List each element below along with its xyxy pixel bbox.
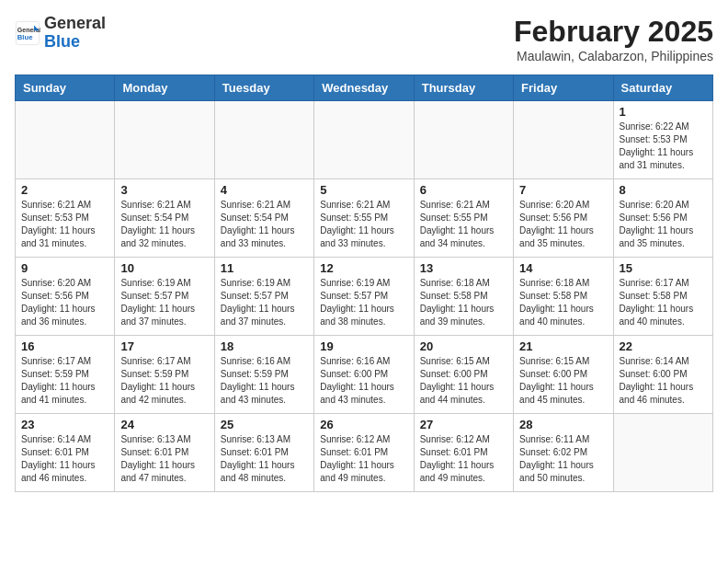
day-info: Sunrise: 6:11 AMSunset: 6:02 PMDaylight:… — [519, 433, 607, 485]
day-info: Sunrise: 6:19 AMSunset: 5:57 PMDaylight:… — [221, 277, 308, 328]
month-year: February 2025 — [514, 15, 713, 49]
day-info: Sunrise: 6:15 AMSunset: 6:00 PMDaylight:… — [420, 355, 507, 407]
calendar-cell — [514, 101, 613, 179]
calendar-cell — [314, 101, 414, 179]
day-number: 12 — [320, 261, 407, 275]
day-info: Sunrise: 6:13 AMSunset: 6:01 PMDaylight:… — [221, 433, 308, 485]
day-number: 3 — [120, 183, 208, 197]
calendar-cell: 11Sunrise: 6:19 AMSunset: 5:57 PMDayligh… — [214, 258, 313, 336]
calendar-table: SundayMondayTuesdayWednesdayThursdayFrid… — [15, 75, 713, 492]
week-row-2: 2Sunrise: 6:21 AMSunset: 5:53 PMDaylight… — [16, 179, 713, 258]
calendar-cell: 8Sunrise: 6:20 AMSunset: 5:56 PMDaylight… — [613, 179, 712, 258]
day-info: Sunrise: 6:14 AMSunset: 6:00 PMDaylight:… — [620, 355, 707, 407]
day-info: Sunrise: 6:17 AMSunset: 5:58 PMDaylight:… — [620, 277, 707, 328]
calendar-cell: 19Sunrise: 6:16 AMSunset: 6:00 PMDayligh… — [314, 336, 414, 414]
day-info: Sunrise: 6:12 AMSunset: 6:01 PMDaylight:… — [320, 433, 407, 485]
calendar-cell — [613, 414, 712, 492]
day-number: 6 — [420, 183, 507, 197]
day-number: 17 — [120, 339, 208, 353]
calendar-cell: 13Sunrise: 6:18 AMSunset: 5:58 PMDayligh… — [414, 258, 513, 336]
day-info: Sunrise: 6:12 AMSunset: 6:01 PMDaylight:… — [420, 433, 507, 485]
svg-text:Blue: Blue — [17, 33, 33, 41]
day-number: 16 — [21, 339, 108, 353]
day-number: 14 — [519, 261, 607, 275]
calendar-cell: 17Sunrise: 6:17 AMSunset: 5:59 PMDayligh… — [115, 336, 214, 414]
day-number: 2 — [21, 183, 108, 197]
day-number: 20 — [420, 339, 507, 353]
day-number: 8 — [620, 183, 707, 197]
calendar-cell: 7Sunrise: 6:20 AMSunset: 5:56 PMDaylight… — [514, 179, 613, 258]
day-info: Sunrise: 6:18 AMSunset: 5:58 PMDaylight:… — [519, 277, 607, 328]
logo-blue-text: Blue — [44, 32, 80, 51]
title-block: February 2025 Maulawin, Calabarzon, Phil… — [514, 15, 713, 63]
calendar-cell — [115, 101, 214, 179]
day-number: 28 — [519, 418, 607, 431]
day-number: 23 — [21, 418, 108, 431]
day-info: Sunrise: 6:22 AMSunset: 5:53 PMDaylight:… — [620, 121, 707, 172]
calendar-cell: 28Sunrise: 6:11 AMSunset: 6:02 PMDayligh… — [514, 414, 613, 492]
day-info: Sunrise: 6:19 AMSunset: 5:57 PMDaylight:… — [120, 277, 208, 328]
calendar-cell: 5Sunrise: 6:21 AMSunset: 5:55 PMDaylight… — [314, 179, 414, 258]
calendar-cell: 18Sunrise: 6:16 AMSunset: 5:59 PMDayligh… — [214, 336, 313, 414]
calendar-cell: 3Sunrise: 6:21 AMSunset: 5:54 PMDaylight… — [115, 179, 214, 258]
calendar-cell — [214, 101, 313, 179]
week-row-1: 1Sunrise: 6:22 AMSunset: 5:53 PMDaylight… — [16, 101, 713, 179]
day-info: Sunrise: 6:16 AMSunset: 5:59 PMDaylight:… — [221, 355, 308, 407]
calendar-cell — [414, 101, 513, 179]
day-info: Sunrise: 6:16 AMSunset: 6:00 PMDaylight:… — [320, 355, 407, 407]
day-number: 22 — [620, 339, 707, 353]
logo-icon: General Blue — [15, 20, 40, 46]
weekday-header-monday: Monday — [115, 75, 214, 101]
calendar-cell: 2Sunrise: 6:21 AMSunset: 5:53 PMDaylight… — [16, 179, 115, 258]
weekday-header-thursday: Thursday — [414, 75, 513, 101]
day-number: 27 — [420, 418, 507, 431]
logo: General Blue General Blue — [15, 15, 106, 52]
calendar-cell: 16Sunrise: 6:17 AMSunset: 5:59 PMDayligh… — [16, 336, 115, 414]
day-number: 5 — [320, 183, 407, 197]
calendar-cell: 12Sunrise: 6:19 AMSunset: 5:57 PMDayligh… — [314, 258, 414, 336]
day-number: 26 — [320, 418, 407, 431]
day-number: 10 — [120, 261, 208, 275]
weekday-header-sunday: Sunday — [16, 75, 115, 101]
day-number: 15 — [620, 261, 707, 275]
day-info: Sunrise: 6:21 AMSunset: 5:55 PMDaylight:… — [420, 199, 507, 250]
calendar-cell: 10Sunrise: 6:19 AMSunset: 5:57 PMDayligh… — [115, 258, 214, 336]
day-info: Sunrise: 6:18 AMSunset: 5:58 PMDaylight:… — [420, 277, 507, 328]
week-row-3: 9Sunrise: 6:20 AMSunset: 5:56 PMDaylight… — [16, 258, 713, 336]
weekday-header-tuesday: Tuesday — [214, 75, 313, 101]
calendar-cell: 6Sunrise: 6:21 AMSunset: 5:55 PMDaylight… — [414, 179, 513, 258]
calendar-cell: 23Sunrise: 6:14 AMSunset: 6:01 PMDayligh… — [16, 414, 115, 492]
calendar-cell: 25Sunrise: 6:13 AMSunset: 6:01 PMDayligh… — [214, 414, 313, 492]
weekday-header-wednesday: Wednesday — [314, 75, 414, 101]
calendar-cell: 15Sunrise: 6:17 AMSunset: 5:58 PMDayligh… — [613, 258, 712, 336]
day-info: Sunrise: 6:21 AMSunset: 5:54 PMDaylight:… — [221, 199, 308, 250]
calendar-cell — [16, 101, 115, 179]
day-info: Sunrise: 6:15 AMSunset: 6:00 PMDaylight:… — [519, 355, 607, 407]
weekday-header-row: SundayMondayTuesdayWednesdayThursdayFrid… — [16, 75, 713, 101]
calendar-cell: 24Sunrise: 6:13 AMSunset: 6:01 PMDayligh… — [115, 414, 214, 492]
day-number: 25 — [221, 418, 308, 431]
day-number: 18 — [221, 339, 308, 353]
calendar-cell: 26Sunrise: 6:12 AMSunset: 6:01 PMDayligh… — [314, 414, 414, 492]
day-number: 4 — [221, 183, 308, 197]
day-info: Sunrise: 6:21 AMSunset: 5:54 PMDaylight:… — [120, 199, 208, 250]
day-number: 1 — [620, 105, 707, 119]
logo-general-text: General — [44, 14, 106, 32]
calendar-cell: 27Sunrise: 6:12 AMSunset: 6:01 PMDayligh… — [414, 414, 513, 492]
calendar-cell: 22Sunrise: 6:14 AMSunset: 6:00 PMDayligh… — [613, 336, 712, 414]
location: Maulawin, Calabarzon, Philippines — [514, 49, 713, 63]
day-info: Sunrise: 6:21 AMSunset: 5:53 PMDaylight:… — [21, 199, 108, 250]
calendar-cell: 1Sunrise: 6:22 AMSunset: 5:53 PMDaylight… — [613, 101, 712, 179]
day-info: Sunrise: 6:17 AMSunset: 5:59 PMDaylight:… — [120, 355, 208, 407]
day-info: Sunrise: 6:21 AMSunset: 5:55 PMDaylight:… — [320, 199, 407, 250]
calendar-cell: 20Sunrise: 6:15 AMSunset: 6:00 PMDayligh… — [414, 336, 513, 414]
day-number: 13 — [420, 261, 507, 275]
day-number: 21 — [519, 339, 607, 353]
day-info: Sunrise: 6:19 AMSunset: 5:57 PMDaylight:… — [320, 277, 407, 328]
calendar-cell: 21Sunrise: 6:15 AMSunset: 6:00 PMDayligh… — [514, 336, 613, 414]
day-info: Sunrise: 6:14 AMSunset: 6:01 PMDaylight:… — [21, 433, 108, 485]
week-row-5: 23Sunrise: 6:14 AMSunset: 6:01 PMDayligh… — [16, 414, 713, 492]
calendar-cell: 9Sunrise: 6:20 AMSunset: 5:56 PMDaylight… — [16, 258, 115, 336]
page-header: General Blue General Blue February 2025 … — [15, 15, 713, 63]
day-info: Sunrise: 6:13 AMSunset: 6:01 PMDaylight:… — [120, 433, 208, 485]
